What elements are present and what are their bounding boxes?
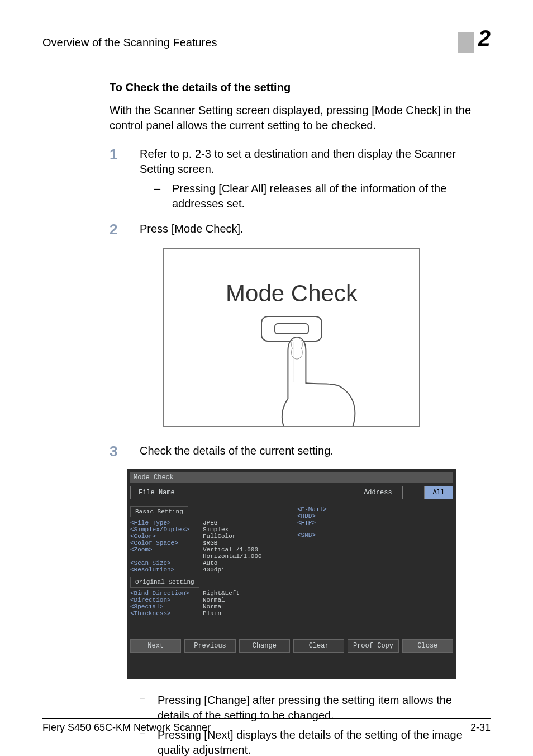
- kv-special: <Special>Normal: [130, 603, 286, 610]
- kv-resolution: <Resolution>400dpi: [130, 566, 286, 573]
- chapter-tab: [458, 32, 474, 53]
- section-heading: To Check the details of the setting: [110, 81, 474, 94]
- page-header: Overview of the Scanning Features 2: [42, 27, 491, 53]
- kv-thickness: <Thickness>Plain: [130, 610, 286, 617]
- screen-footer: Next Previous Change Clear Proof Copy Cl…: [130, 639, 453, 653]
- next-button[interactable]: Next: [130, 639, 181, 653]
- tab-file-name[interactable]: File Name: [130, 486, 183, 499]
- basic-setting-heading: Basic Setting: [130, 506, 188, 517]
- step-text: Refer to p. 2-3 to set a destination and…: [140, 148, 456, 175]
- step-text: Check the details of the current setting…: [140, 445, 334, 457]
- change-button[interactable]: Change: [239, 639, 290, 653]
- mode-check-illustration: Mode Check: [163, 248, 420, 427]
- step-2: 2 Press [Mode Check].: [110, 221, 474, 238]
- page-footer: Fiery S450 65C-KM Network Scanner 2-31: [42, 718, 491, 734]
- illustration-label: Mode Check: [164, 280, 419, 307]
- content: To Check the details of the setting With…: [42, 81, 491, 756]
- tab-all[interactable]: All: [424, 486, 453, 499]
- kv-duplex: <Simplex/Duplex>Simplex: [130, 526, 286, 533]
- step-text: Press [Mode Check].: [140, 223, 244, 235]
- kv-zoom: <Zoom>Vertical /1.000: [130, 546, 286, 553]
- footer-left: Fiery S450 65C-KM Network Scanner: [42, 722, 211, 734]
- tab-address[interactable]: Address: [353, 486, 403, 499]
- intro-paragraph: With the Scanner Setting screen displaye…: [110, 103, 474, 133]
- step-sub-text: Pressing [Clear All] releases all of the…: [172, 181, 474, 211]
- header-right: 2: [458, 27, 491, 49]
- previous-button[interactable]: Previous: [184, 639, 235, 653]
- close-button[interactable]: Close: [402, 639, 453, 653]
- kv-scan-size: <Scan Size>Auto: [130, 560, 286, 566]
- kv-bind: <Bind Direction>Right&Left: [130, 590, 286, 597]
- screen-left-col: Basic Setting <File Type>JPEG <Simplex/D…: [130, 503, 286, 617]
- mode-check-screen: Mode Check File Name Address All Basic S…: [127, 469, 456, 679]
- addr-smb: <SMB>: [297, 532, 453, 538]
- addr-email: <E-Mail>: [297, 506, 453, 513]
- screen-title: Mode Check: [130, 472, 453, 483]
- clear-button[interactable]: Clear: [293, 639, 344, 653]
- step-number: 3: [110, 443, 124, 460]
- footer-right: 2-31: [470, 722, 491, 734]
- proof-copy-button[interactable]: Proof Copy: [348, 639, 398, 653]
- page: Overview of the Scanning Features 2 To C…: [0, 0, 533, 756]
- kv-zoom2: Horizontal/1.000: [130, 553, 286, 560]
- finger-icon: [274, 332, 369, 427]
- addr-ftp: <FTP>: [297, 519, 453, 526]
- chapter-number: 2: [478, 27, 491, 49]
- step-body: Check the details of the current setting…: [140, 443, 474, 460]
- step-3: 3 Check the details of the current setti…: [110, 443, 474, 460]
- step-body: Press [Mode Check].: [140, 221, 474, 238]
- kv-color: <Color>FullColor: [130, 533, 286, 540]
- dash-icon: –: [154, 181, 162, 211]
- addr-hdd: <HDD>: [297, 513, 453, 519]
- screen-right-col: <E-Mail> <HDD> <FTP> <SMB>: [297, 503, 453, 617]
- screen-tabs: File Name Address All: [130, 486, 453, 499]
- step-sub: – Pressing [Clear All] releases all of t…: [140, 181, 474, 211]
- original-setting-heading: Original Setting: [130, 577, 199, 588]
- kv-direction: <Direction>Normal: [130, 597, 286, 603]
- kv-color-space: <Color Space>sRGB: [130, 540, 286, 546]
- header-title: Overview of the Scanning Features: [42, 36, 217, 49]
- step-number: 2: [110, 221, 124, 238]
- kv-file-type: <File Type>JPEG: [130, 519, 286, 526]
- screen-body: Basic Setting <File Type>JPEG <Simplex/D…: [130, 503, 453, 617]
- step-number: 1: [110, 147, 124, 211]
- step-body: Refer to p. 2-3 to set a destination and…: [140, 147, 474, 211]
- step-1: 1 Refer to p. 2-3 to set a destination a…: [110, 147, 474, 211]
